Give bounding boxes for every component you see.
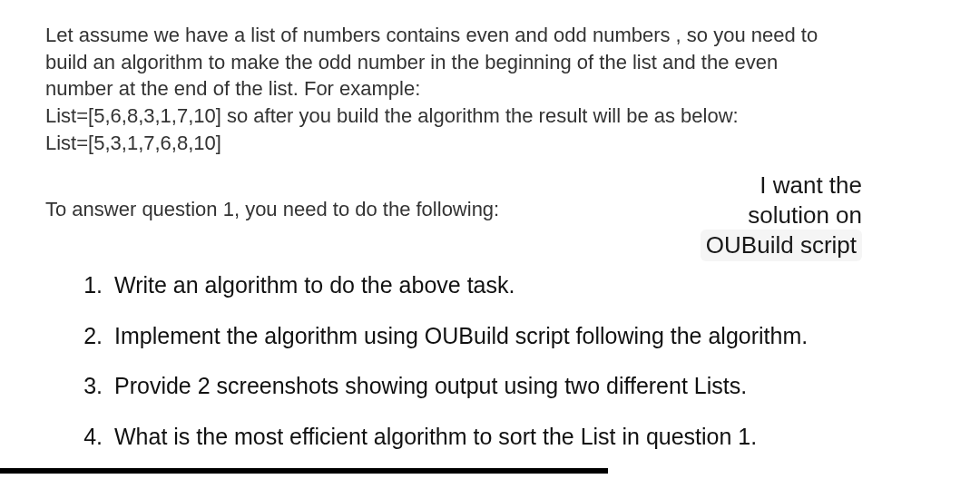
instruction-lead: To answer question 1, you need to do the…	[45, 189, 499, 221]
intro-line-5: List=[5,3,1,7,6,8,10]	[45, 130, 935, 157]
task-item: Implement the algorithm using OUBuild sc…	[109, 321, 935, 352]
intro-line-4: List=[5,6,8,3,1,7,10] so after you build…	[45, 103, 935, 130]
intro-line-1: Let assume we have a list of numbers con…	[45, 22, 935, 49]
task-item: Provide 2 screenshots showing output usi…	[109, 371, 935, 402]
intro-line-3: number at the end of the list. For examp…	[45, 75, 935, 103]
horizontal-rule	[0, 468, 608, 474]
callout-line-3: OUBuild script	[701, 230, 862, 261]
intro-line-2: build an algorithm to make the odd numbe…	[45, 49, 935, 76]
task-item: What is the most efficient algorithm to …	[109, 422, 935, 453]
instruction-row: To answer question 1, you need to do the…	[45, 189, 935, 261]
annotation-callout: I want the solution on OUBuild script	[701, 171, 935, 261]
task-list: Write an algorithm to do the above task.…	[45, 270, 935, 453]
callout-line-1: I want the	[701, 171, 862, 200]
problem-description: Let assume we have a list of numbers con…	[45, 22, 935, 156]
callout-line-2: solution on	[701, 200, 862, 230]
task-item: Write an algorithm to do the above task.	[109, 270, 935, 301]
